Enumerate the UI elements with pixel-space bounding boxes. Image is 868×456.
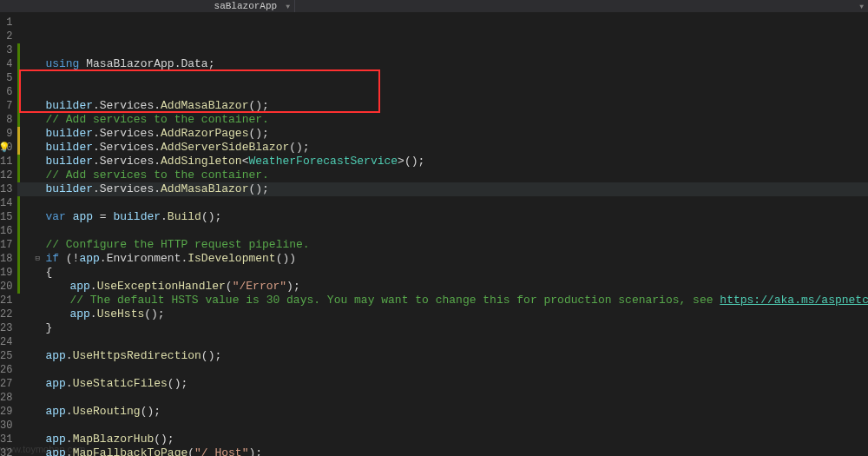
code-line[interactable]: app.UseExceptionHandler("/Error"); xyxy=(17,280,868,294)
watermark: www.toymoban.com xyxy=(0,444,85,454)
line-number: 14 xyxy=(0,196,12,210)
code-line[interactable]: app.UseRouting(); xyxy=(17,405,868,419)
code-line[interactable]: { xyxy=(17,266,868,280)
line-number: 7 xyxy=(0,99,12,113)
line-number: 2 xyxy=(0,30,12,43)
code-line[interactable]: // Add services to the container. xyxy=(17,169,868,182)
code-line[interactable] xyxy=(17,419,868,433)
line-number: 16 xyxy=(0,224,12,238)
code-line[interactable] xyxy=(17,71,868,85)
context-dropdown-left[interactable]: saBlazorApp ▼ xyxy=(0,0,295,12)
code-line[interactable]: builder.Services.AddRazorPages(); xyxy=(17,127,868,141)
line-number: 20 xyxy=(0,280,12,294)
code-area[interactable]: using MasaBlazorApp.Data;builder.Service… xyxy=(17,12,868,456)
hsts-link[interactable]: https://aka.ms/aspnetcore-hsts xyxy=(720,294,868,307)
code-line[interactable]: ⊟if (!app.Environment.IsDevelopment()) xyxy=(17,252,868,266)
line-number: 18 xyxy=(0,252,12,266)
code-line[interactable] xyxy=(17,196,868,210)
chevron-down-icon: ▼ xyxy=(286,3,294,10)
line-number: 30 xyxy=(0,419,12,433)
line-number: 29 xyxy=(0,405,12,419)
code-line[interactable]: app.MapBlazorHub(); xyxy=(17,433,868,446)
line-number: 27 xyxy=(0,377,12,391)
fold-icon[interactable]: ⊟ xyxy=(35,252,39,266)
code-line[interactable]: using MasaBlazorApp.Data; xyxy=(17,57,868,71)
code-line[interactable]: builder.Services.AddMasaBlazor(); xyxy=(17,99,868,113)
code-line[interactable]: app.UseStaticFiles(); xyxy=(17,377,868,391)
line-number: 1 xyxy=(0,16,12,30)
tab-bar: saBlazorApp ▼ ▼ xyxy=(0,0,868,12)
tab-title: saBlazorApp xyxy=(206,0,286,12)
line-number: 8 xyxy=(0,113,12,127)
code-line[interactable]: // Add services to the container. xyxy=(17,113,868,127)
code-line[interactable]: app.UseHttpsRedirection(); xyxy=(17,349,868,363)
line-number: 21 xyxy=(0,294,12,307)
line-number: 13 xyxy=(0,182,12,196)
line-number: 19 xyxy=(0,266,12,280)
code-line[interactable] xyxy=(17,85,868,99)
line-number: 23 xyxy=(0,321,12,335)
lightbulb-icon[interactable]: 💡 xyxy=(0,141,10,155)
line-number: 17 xyxy=(0,238,12,252)
code-line[interactable]: } xyxy=(17,321,868,335)
editor[interactable]: 12345678910💡1112131415161718192021222324… xyxy=(0,12,868,456)
line-number: 28 xyxy=(0,391,12,405)
line-number: 22 xyxy=(0,307,12,321)
code-line[interactable] xyxy=(17,391,868,405)
code-line[interactable]: builder.Services.AddServerSideBlazor(); xyxy=(17,141,868,155)
code-line[interactable]: app.UseHsts(); xyxy=(17,307,868,321)
code-line[interactable]: // The default HSTS value is 30 days. Yo… xyxy=(17,294,868,307)
code-line[interactable]: builder.Services.AddSingleton<WeatherFor… xyxy=(17,155,868,169)
code-line[interactable] xyxy=(17,363,868,377)
line-number: 25 xyxy=(0,349,12,363)
code-line[interactable] xyxy=(17,224,868,238)
line-number: 15 xyxy=(0,210,12,224)
line-number: 9 xyxy=(0,127,12,141)
line-number: 24 xyxy=(0,335,12,349)
line-number: 26 xyxy=(0,363,12,377)
line-number: 6 xyxy=(0,85,12,99)
line-number: 5 xyxy=(0,71,12,85)
line-number: 10💡 xyxy=(0,141,12,155)
line-number: 4 xyxy=(0,57,12,71)
line-number: 12 xyxy=(0,169,12,182)
code-line[interactable]: // Configure the HTTP request pipeline. xyxy=(17,238,868,252)
context-dropdown-right[interactable]: ▼ xyxy=(295,0,868,12)
code-line[interactable]: app.MapFallbackToPage("/_Host"); xyxy=(17,446,868,456)
code-line[interactable] xyxy=(17,335,868,349)
code-line[interactable]: builder.Services.AddMasaBlazor(); xyxy=(17,182,868,196)
line-number: 11 xyxy=(0,155,12,169)
line-number: 3 xyxy=(0,43,12,57)
chevron-down-icon: ▼ xyxy=(859,3,868,10)
line-number-gutter: 12345678910💡1112131415161718192021222324… xyxy=(0,12,17,456)
code-line[interactable]: var app = builder.Build(); xyxy=(17,210,868,224)
